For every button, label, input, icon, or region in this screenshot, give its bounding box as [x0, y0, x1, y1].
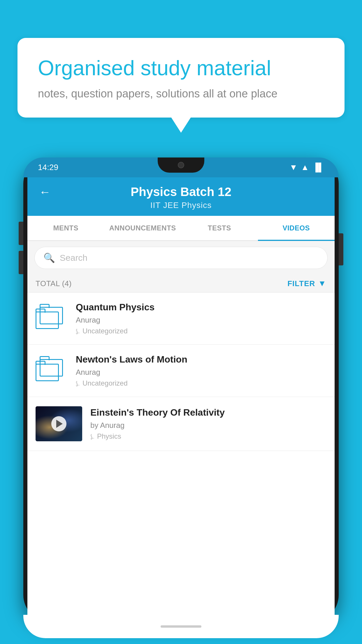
- phone-screen: ← Physics Batch 12 IIT JEE Physics MENTS…: [27, 177, 335, 615]
- video-title: Newton's Laws of Motion: [76, 354, 326, 365]
- video-thumbnail: [36, 406, 82, 441]
- list-item[interactable]: Quantum Physics Anurag ⍼ Uncategorized: [27, 293, 335, 345]
- folder-front-icon: [36, 309, 59, 329]
- home-indicator: [161, 625, 201, 628]
- tab-videos[interactable]: VIDEOS: [258, 216, 335, 240]
- play-button[interactable]: [51, 416, 66, 431]
- video-list: Quantum Physics Anurag ⍼ Uncategorized: [27, 293, 335, 451]
- video-author: by Anurag: [90, 421, 326, 430]
- tag-icon: ⍼: [90, 433, 94, 440]
- tag-icon: ⍼: [76, 327, 80, 335]
- power-button: [339, 233, 343, 265]
- hero-subtitle: notes, question papers, solutions all at…: [38, 88, 324, 100]
- volume-down-button: [19, 251, 23, 274]
- list-item[interactable]: Einstein's Theory Of Relativity by Anura…: [27, 397, 335, 451]
- video-info: Einstein's Theory Of Relativity by Anura…: [90, 407, 326, 440]
- tag-icon: ⍼: [76, 379, 80, 387]
- video-tag: ⍼ Uncategorized: [76, 379, 326, 387]
- folder-icon: [36, 304, 68, 333]
- phone-bottom: [23, 615, 339, 638]
- folder-icon: [36, 356, 68, 385]
- tab-announcements[interactable]: ANNOUNCEMENTS: [104, 216, 181, 240]
- phone-frame: 14:29 ▼ ▲ ▐▌ ← Physics Batch 12 IIT JEE …: [23, 158, 339, 644]
- wifi-icon: ▼: [289, 163, 298, 172]
- hero-section: Organised study material notes, question…: [17, 38, 345, 118]
- filter-row: TOTAL (4) FILTER ▼: [27, 275, 335, 293]
- play-triangle-icon: [56, 420, 63, 428]
- batch-subtitle: IIT JEE Physics: [150, 201, 212, 210]
- video-title: Einstein's Theory Of Relativity: [90, 407, 326, 418]
- back-button[interactable]: ←: [39, 186, 51, 199]
- video-author: Anurag: [76, 316, 326, 325]
- video-tag: ⍼ Uncategorized: [76, 327, 326, 335]
- app-header: ← Physics Batch 12 IIT JEE Physics: [27, 177, 335, 216]
- tab-ments[interactable]: MENTS: [27, 216, 104, 240]
- tabs-bar: MENTS ANNOUNCEMENTS TESTS VIDEOS: [27, 216, 335, 241]
- camera: [178, 162, 184, 168]
- total-count: TOTAL (4): [36, 279, 72, 288]
- status-bar: 14:29 ▼ ▲ ▐▌: [23, 158, 339, 177]
- video-info: Quantum Physics Anurag ⍼ Uncategorized: [76, 302, 326, 335]
- battery-icon: ▐▌: [312, 163, 324, 172]
- batch-title: Physics Batch 12: [131, 185, 231, 199]
- status-time: 14:29: [38, 163, 58, 172]
- phone-outer: 14:29 ▼ ▲ ▐▌ ← Physics Batch 12 IIT JEE …: [23, 158, 339, 621]
- video-author: Anurag: [76, 368, 326, 377]
- list-item[interactable]: Newton's Laws of Motion Anurag ⍼ Uncateg…: [27, 345, 335, 397]
- filter-icon: ▼: [318, 279, 326, 288]
- video-title: Quantum Physics: [76, 302, 326, 313]
- search-icon: 🔍: [43, 252, 55, 263]
- filter-label: FILTER: [287, 279, 315, 288]
- phone-notch: [158, 158, 204, 173]
- header-top: ← Physics Batch 12: [39, 185, 323, 199]
- tab-tests[interactable]: TESTS: [181, 216, 258, 240]
- hero-title: Organised study material: [38, 55, 324, 80]
- filter-button[interactable]: FILTER ▼: [287, 279, 326, 288]
- folder-front-icon: [36, 361, 59, 381]
- search-bar[interactable]: 🔍 Search: [34, 247, 328, 269]
- search-container: 🔍 Search: [27, 241, 335, 275]
- speech-bubble: Organised study material notes, question…: [17, 38, 345, 118]
- video-info: Newton's Laws of Motion Anurag ⍼ Uncateg…: [76, 354, 326, 387]
- video-tag: ⍼ Physics: [90, 432, 326, 440]
- signal-icon: ▲: [301, 163, 309, 172]
- volume-up-button: [19, 222, 23, 245]
- search-placeholder: Search: [60, 253, 87, 263]
- status-icons: ▼ ▲ ▐▌: [289, 163, 324, 172]
